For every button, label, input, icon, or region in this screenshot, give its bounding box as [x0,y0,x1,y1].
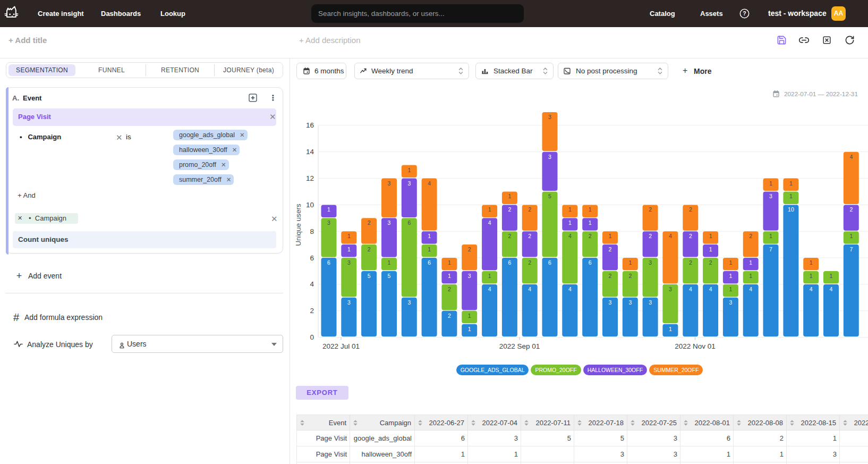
svg-text:2: 2 [628,273,632,279]
svg-text:1: 1 [448,273,451,279]
svg-text:10: 10 [788,206,794,213]
svg-text:1: 1 [508,193,511,199]
svg-text:4: 4 [669,233,672,239]
svg-text:1: 1 [729,259,732,266]
svg-text:6: 6 [428,259,431,266]
svg-text:3: 3 [468,273,471,279]
svg-text:3: 3 [548,154,551,160]
svg-text:3: 3 [628,299,632,306]
svg-text:4: 4 [810,286,813,292]
svg-text:1: 1 [810,259,813,266]
svg-text:2: 2 [508,233,511,239]
svg-text:4: 4 [488,220,491,226]
svg-text:2: 2 [609,273,612,279]
svg-text:1: 1 [609,233,612,239]
svg-text:6: 6 [327,259,330,266]
svg-text:1: 1 [428,233,431,239]
svg-text:4: 4 [709,286,712,292]
svg-text:1: 1 [568,220,572,226]
svg-text:1: 1 [769,233,772,239]
svg-text:1: 1 [729,286,732,292]
svg-text:2: 2 [849,206,853,213]
svg-text:3: 3 [729,299,732,306]
svg-text:4: 4 [488,286,491,292]
svg-text:1: 1 [789,180,793,187]
svg-text:1: 1 [830,273,833,279]
svg-text:1: 1 [749,273,752,279]
svg-text:4: 4 [830,286,833,292]
svg-text:1: 1 [448,259,451,266]
svg-text:1: 1 [488,273,491,279]
svg-text:1: 1 [849,233,853,239]
svg-text:1: 1 [568,206,572,213]
svg-text:5: 5 [548,193,551,199]
svg-text:0: 0 [310,333,314,341]
svg-text:2022 Sep 01: 2022 Sep 01 [499,342,540,350]
svg-text:6: 6 [508,259,511,266]
svg-text:3: 3 [669,286,672,292]
svg-text:2: 2 [649,233,652,239]
svg-text:1: 1 [810,273,813,279]
svg-text:7: 7 [769,246,772,252]
svg-text:2: 2 [689,206,692,213]
svg-text:1: 1 [769,180,772,187]
svg-text:1: 1 [589,206,592,213]
svg-text:3: 3 [407,180,411,187]
svg-text:3: 3 [347,259,351,266]
svg-text:2: 2 [368,246,371,252]
svg-text:2: 2 [448,286,451,292]
svg-text:4: 4 [528,286,531,292]
svg-text:1: 1 [669,326,672,332]
svg-text:4: 4 [428,180,431,187]
svg-text:7: 7 [849,246,853,252]
svg-text:2: 2 [649,206,652,213]
svg-text:1: 1 [407,167,411,173]
svg-text:10: 10 [306,201,314,209]
svg-text:2: 2 [468,246,471,252]
svg-text:1: 1 [628,259,632,266]
svg-text:1: 1 [789,193,793,199]
svg-text:Unique users: Unique users [294,204,302,246]
svg-text:2: 2 [689,259,692,266]
svg-text:2: 2 [508,206,511,213]
svg-text:4: 4 [568,233,572,239]
svg-text:2: 2 [528,233,531,239]
svg-text:1: 1 [488,206,491,213]
svg-text:4: 4 [849,154,853,160]
svg-text:6: 6 [589,259,592,266]
svg-text:3: 3 [548,114,551,120]
svg-text:3: 3 [347,299,351,306]
svg-text:3: 3 [649,299,652,306]
svg-text:5: 5 [368,273,371,279]
svg-text:2: 2 [310,307,314,315]
svg-text:1: 1 [709,246,712,252]
svg-text:4: 4 [689,286,692,292]
svg-text:2022 Jul 01: 2022 Jul 01 [322,342,360,350]
svg-text:2: 2 [528,259,531,266]
svg-text:6: 6 [407,220,411,226]
svg-text:6: 6 [310,254,314,262]
svg-text:2: 2 [689,233,692,239]
svg-text:4: 4 [310,280,314,288]
svg-text:1: 1 [347,246,351,252]
svg-text:1: 1 [709,233,712,239]
svg-text:2: 2 [589,233,592,239]
svg-text:1: 1 [749,259,752,266]
svg-text:1: 1 [428,246,431,252]
svg-text:16: 16 [306,121,314,129]
svg-text:8: 8 [310,227,314,235]
svg-text:3: 3 [649,259,652,266]
svg-text:1: 1 [589,220,592,226]
svg-text:1: 1 [327,206,330,213]
svg-text:1: 1 [388,259,391,266]
svg-text:2: 2 [448,313,451,319]
svg-text:4: 4 [749,286,752,292]
svg-text:3: 3 [388,180,391,187]
svg-text:2: 2 [749,233,752,239]
svg-text:1: 1 [468,313,471,319]
svg-text:4: 4 [568,286,572,292]
svg-text:2: 2 [368,220,371,226]
svg-text:3: 3 [769,193,772,199]
svg-text:2: 2 [709,259,712,266]
svg-text:12: 12 [306,174,314,182]
